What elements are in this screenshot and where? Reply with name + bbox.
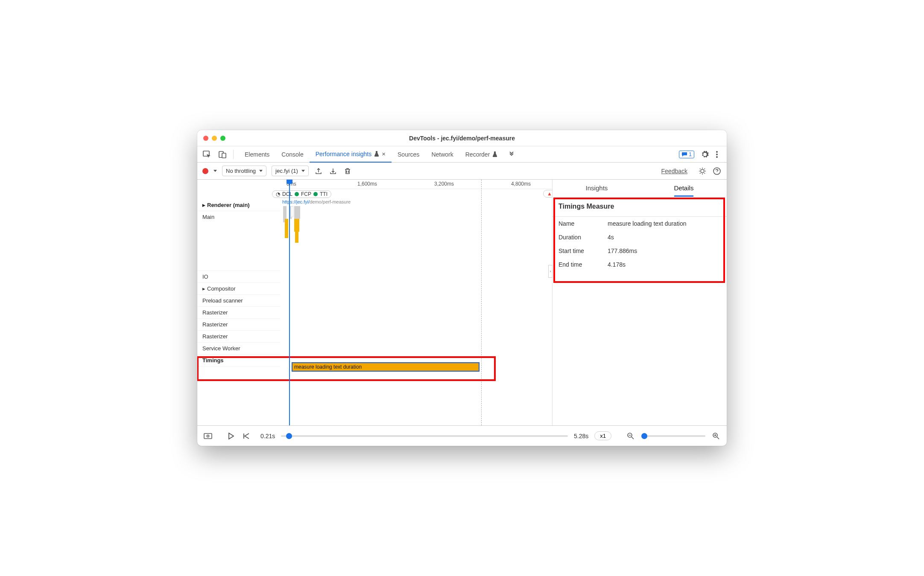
time-slider[interactable] xyxy=(281,435,568,437)
track-labels: ▸Renderer (main) Main IO ▸Compositor Pre… xyxy=(197,180,281,425)
record-button[interactable] xyxy=(202,168,208,174)
tab-details[interactable]: Details xyxy=(674,180,694,197)
help-icon[interactable] xyxy=(712,166,722,176)
flask-icon xyxy=(374,151,379,157)
svg-point-4 xyxy=(716,154,718,155)
speed-toggle[interactable]: x1 xyxy=(594,431,611,440)
time-start: 0.21s xyxy=(260,433,275,439)
svg-point-6 xyxy=(701,169,704,173)
marker-row: ◔ DCL FCP TTI ▲ LCP xyxy=(281,189,552,199)
ruler-tick: 1,600ms xyxy=(357,181,377,187)
details-title: Timings Measure xyxy=(553,197,727,217)
play-icon[interactable] xyxy=(226,431,236,441)
track-service-worker[interactable]: Service Worker xyxy=(197,343,281,355)
svg-point-5 xyxy=(716,156,718,158)
inspect-element-icon[interactable] xyxy=(202,150,212,159)
close-tab-icon[interactable]: × xyxy=(382,146,386,162)
track-io[interactable]: IO xyxy=(197,271,281,283)
tab-performance-insights[interactable]: Performance insights × xyxy=(310,146,392,163)
zoom-in-icon[interactable] xyxy=(711,431,721,441)
detail-row: Namemeasure loading text duration xyxy=(553,217,727,230)
playhead[interactable] xyxy=(289,180,290,425)
main-tabs: Elements Console Performance insights × … xyxy=(197,146,727,163)
track-rasterizer-2[interactable]: Rasterizer xyxy=(197,319,281,331)
ruler-tick: 3,200ms xyxy=(434,181,454,187)
time-end: 5.28s xyxy=(574,433,588,439)
tab-label: Performance insights xyxy=(316,146,372,162)
devtools-window: DevTools - jec.fyi/demo/perf-measure Ele… xyxy=(197,130,727,446)
tab-insights[interactable]: Insights xyxy=(586,180,608,197)
zoom-slider[interactable] xyxy=(641,435,705,437)
tab-sources[interactable]: Sources xyxy=(392,146,425,163)
details-pane: › Insights Details Timings Measure Namem… xyxy=(553,180,727,425)
dot-green-icon xyxy=(295,192,299,196)
record-menu-icon[interactable] xyxy=(213,170,217,172)
feedback-link[interactable]: Feedback xyxy=(661,168,687,175)
marker-lcp[interactable]: ▲ LCP xyxy=(543,190,553,198)
dot-green-icon xyxy=(313,192,318,196)
svg-rect-2 xyxy=(222,153,226,158)
track-area[interactable]: 0ms 1,600ms 3,200ms 4,800ms ◔ DCL FCP TT… xyxy=(281,180,552,425)
svg-rect-8 xyxy=(204,433,212,439)
toolbar: No throttling jec.fyi (1) Feedback xyxy=(197,163,727,180)
screenshot-toggle-icon[interactable] xyxy=(203,431,213,441)
track-rasterizer-3[interactable]: Rasterizer xyxy=(197,331,281,343)
device-toolbar-icon[interactable] xyxy=(218,150,227,159)
url-strip: https://jec.fyi/demo/perf-measure xyxy=(281,199,552,205)
tab-elements[interactable]: Elements xyxy=(239,146,275,163)
rewind-icon[interactable] xyxy=(242,431,251,441)
timeline-pane[interactable]: ▸Renderer (main) Main IO ▸Compositor Pre… xyxy=(197,180,553,425)
delete-icon[interactable] xyxy=(343,166,352,176)
export-icon[interactable] xyxy=(314,166,323,176)
time-ruler[interactable]: 0ms 1,600ms 3,200ms 4,800ms xyxy=(281,180,552,189)
kebab-menu-icon[interactable] xyxy=(712,150,722,159)
settings-icon[interactable] xyxy=(700,150,710,159)
chat-icon xyxy=(681,152,687,157)
track-preload[interactable]: Preload scanner xyxy=(197,295,281,307)
side-tabs: Insights Details xyxy=(553,180,727,197)
zoom-out-icon[interactable] xyxy=(626,431,635,441)
collapse-pane-icon[interactable]: › xyxy=(548,265,553,278)
tab-network[interactable]: Network xyxy=(425,146,459,163)
track-main[interactable]: Main xyxy=(197,211,281,271)
tab-recorder[interactable]: Recorder xyxy=(459,146,504,163)
main-area: ▸Renderer (main) Main IO ▸Compositor Pre… xyxy=(197,180,727,425)
svg-point-9 xyxy=(207,435,209,437)
track-timings[interactable]: Timings xyxy=(197,355,281,367)
detail-row: Start time177.886ms xyxy=(553,244,727,258)
detail-row: Duration4s xyxy=(553,230,727,244)
detail-row: End time4.178s xyxy=(553,258,727,271)
more-tabs-icon[interactable] xyxy=(507,150,516,159)
tab-console[interactable]: Console xyxy=(275,146,309,163)
clock-icon: ◔ xyxy=(276,191,280,197)
import-icon[interactable] xyxy=(328,166,338,176)
window-title: DevTools - jec.fyi/demo/perf-measure xyxy=(197,135,727,142)
track-rasterizer-1[interactable]: Rasterizer xyxy=(197,307,281,319)
titlebar: DevTools - jec.fyi/demo/perf-measure xyxy=(197,130,727,146)
marker-group[interactable]: ◔ DCL FCP TTI xyxy=(272,190,331,198)
recording-select[interactable]: jec.fyi (1) xyxy=(272,166,309,176)
ruler-tick: 4,800ms xyxy=(511,181,531,187)
track-renderer[interactable]: ▸Renderer (main) xyxy=(197,199,281,211)
throttle-select[interactable]: No throttling xyxy=(222,166,266,176)
svg-point-3 xyxy=(716,151,718,153)
warning-icon: ▲ xyxy=(547,191,552,197)
issues-badge[interactable]: 1 xyxy=(679,151,694,158)
panel-settings-icon[interactable] xyxy=(698,166,707,176)
track-compositor[interactable]: ▸Compositor xyxy=(197,283,281,295)
flask-icon xyxy=(492,151,497,157)
playback-footer: 0.21s 5.28s x1 xyxy=(197,425,727,446)
